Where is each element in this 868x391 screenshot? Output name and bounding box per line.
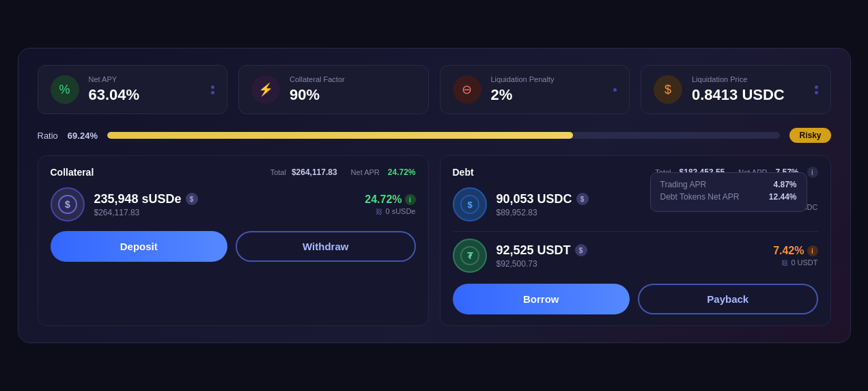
usdt-sub-amount: 0 USDT bbox=[791, 258, 817, 267]
usdt-usd: $92,500.73 bbox=[496, 259, 764, 269]
dot bbox=[613, 88, 617, 92]
payback-button[interactable]: Payback bbox=[638, 284, 818, 314]
collateral-panel-header: Collateral Total $264,117.83 Net APR 24.… bbox=[51, 167, 416, 178]
chain-icon-usdt: ⛓ bbox=[781, 259, 788, 267]
collateral-factor-icon: ⚡ bbox=[251, 75, 280, 104]
ratio-value: 69.24% bbox=[68, 131, 98, 141]
dot bbox=[211, 91, 214, 94]
main-content: Collateral Total $264,117.83 Net APR 24.… bbox=[38, 155, 831, 326]
stat-card-net-apy: % Net APY 63.04% bbox=[38, 65, 228, 114]
risky-badge: Risky bbox=[789, 128, 830, 143]
dot bbox=[815, 85, 818, 89]
usdc-icon: $ bbox=[453, 187, 487, 221]
liquidation-price-label: Liquidation Price bbox=[692, 75, 805, 83]
susde-dollar-icon: $ bbox=[186, 193, 198, 205]
usdt-apr: 7.42% i ⛓ 0 USDT bbox=[773, 245, 817, 267]
usdt-apr-value: 7.42% bbox=[773, 245, 804, 257]
debt-btn-row: Borrow Payback bbox=[453, 284, 818, 314]
liquidation-price-value: 0.8413 USDC bbox=[692, 86, 805, 104]
susde-info-icon[interactable]: i bbox=[405, 194, 416, 205]
deposit-button[interactable]: Deposit bbox=[51, 231, 228, 262]
ratio-row: Ratio 69.24% Risky bbox=[38, 128, 831, 143]
dot bbox=[211, 85, 214, 89]
stat-card-liquidation-price: $ Liquidation Price 0.8413 USDC bbox=[641, 65, 831, 114]
usdt-icon: ₮ bbox=[453, 239, 487, 273]
usdc-dollar-icon: $ bbox=[576, 193, 589, 205]
susde-amount: 235,948 sUSDe $ bbox=[94, 192, 356, 206]
debt-panel: Debt Total $182,453.55 Net APR 7.57% i T… bbox=[440, 155, 831, 326]
stats-row: % Net APY 63.04% ⚡ Collateral Factor 90%… bbox=[38, 65, 831, 114]
debt-token-row-usdt: ₮ 92,525 USDT $ $92,500.73 7.42% i bbox=[453, 239, 818, 273]
collateral-token-row-susde: $ 235,948 sUSDe $ $264,117.83 24.72% i bbox=[51, 187, 416, 221]
usdt-amount: 92,525 USDT $ bbox=[496, 243, 764, 258]
susde-apr-value: 24.72% bbox=[365, 193, 402, 206]
collateral-btn-row: Deposit Withdraw bbox=[51, 231, 416, 262]
net-apy-value: 63.04% bbox=[89, 86, 202, 104]
usdt-info-icon[interactable]: i bbox=[807, 245, 818, 256]
svg-text:$: $ bbox=[65, 199, 70, 210]
liquidation-penalty-label: Liquidation Penalty bbox=[491, 75, 604, 83]
collateral-factor-value: 90% bbox=[290, 86, 416, 104]
apr-breakdown-debt-tokens: Debt Tokens Net APR 12.44% bbox=[660, 192, 797, 202]
debt-title: Debt bbox=[453, 167, 474, 178]
susde-icon: $ bbox=[51, 187, 85, 221]
svg-text:$: $ bbox=[467, 200, 473, 210]
svg-text:₮: ₮ bbox=[467, 251, 473, 261]
collateral-apr-value: 24.72% bbox=[388, 167, 416, 177]
apr-breakdown-trading: Trading APR 4.87% bbox=[660, 180, 797, 189]
chain-icon: ⛓ bbox=[376, 208, 382, 215]
progress-bar-fill bbox=[107, 132, 573, 139]
usdt-dollar-icon: $ bbox=[575, 244, 587, 256]
stat-card-collateral-factor: ⚡ Collateral Factor 90% bbox=[238, 65, 429, 114]
borrow-button[interactable]: Borrow bbox=[453, 284, 630, 314]
liquidation-price-icon: $ bbox=[654, 75, 682, 104]
debt-apr-info-icon[interactable]: i bbox=[807, 167, 818, 178]
collateral-title: Collateral bbox=[51, 167, 94, 178]
main-container: % Net APY 63.04% ⚡ Collateral Factor 90%… bbox=[18, 48, 851, 343]
apr-breakdown-tooltip: Trading APR 4.87% Debt Tokens Net APR 12… bbox=[650, 172, 807, 212]
collateral-total-label: Total bbox=[270, 168, 286, 176]
collateral-total-value: $264,117.83 bbox=[292, 167, 337, 177]
net-apy-label: Net APY bbox=[89, 75, 202, 83]
collateral-factor-label: Collateral Factor bbox=[290, 75, 416, 83]
ratio-label: Ratio bbox=[38, 131, 58, 141]
susde-sub-amount: 0 sUSDe bbox=[385, 207, 415, 215]
liquidation-penalty-icon: ⊖ bbox=[453, 75, 481, 104]
net-apy-icon: % bbox=[51, 75, 79, 104]
stat-card-liquidation-penalty: ⊖ Liquidation Penalty 2% bbox=[440, 65, 630, 114]
withdraw-button[interactable]: Withdraw bbox=[236, 231, 416, 262]
dot bbox=[815, 91, 818, 94]
debt-panel-header: Debt Total $182,453.55 Net APR 7.57% i T… bbox=[453, 167, 818, 178]
progress-bar bbox=[107, 132, 781, 139]
collateral-apr-label: Net APR bbox=[351, 168, 380, 176]
susde-apr: 24.72% i ⛓ 0 sUSDe bbox=[365, 193, 415, 215]
liquidation-penalty-value: 2% bbox=[491, 86, 604, 104]
susde-usd: $264,117.83 bbox=[94, 208, 356, 217]
collateral-panel: Collateral Total $264,117.83 Net APR 24.… bbox=[38, 155, 429, 326]
